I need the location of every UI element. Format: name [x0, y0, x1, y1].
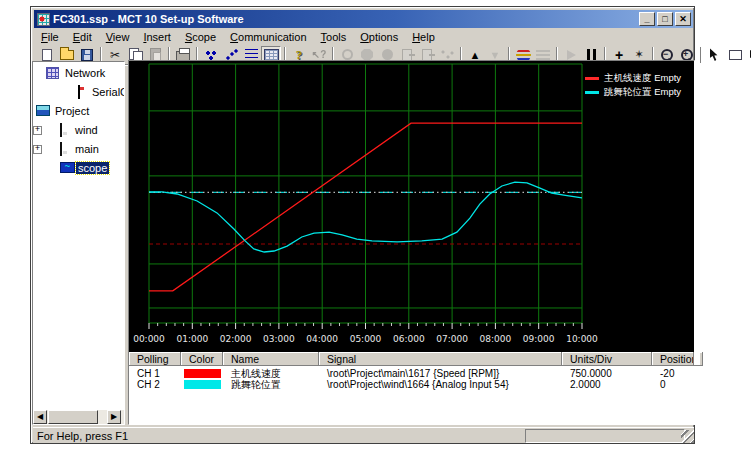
x-axis-tick-label: 08:000: [480, 334, 512, 344]
channel-row-ch1[interactable]: CH 1主机线速度\root\Project\main\1617 {Speed …: [129, 368, 694, 379]
legend-label: 跳舞轮位置 Empty: [604, 86, 681, 99]
tree-item-main[interactable]: +main: [33, 141, 124, 158]
legend-label: 主机线速度 Empty: [604, 72, 681, 85]
chart-legend: 主机线速度 Empty跳舞轮位置 Empty: [585, 71, 681, 99]
x-axis-tick-label: 01:000: [176, 334, 208, 344]
x-axis-tick-label: 02:000: [220, 334, 252, 344]
x-axis-tick-label: 10:000: [566, 334, 598, 344]
column-header-position[interactable]: Position: [652, 352, 694, 366]
x-axis-tick-label: 03:000: [263, 334, 295, 344]
tree-horizontal-scrollbar[interactable]: ◀ ▶: [33, 410, 124, 424]
menu-item-insert[interactable]: Insert: [136, 30, 178, 44]
app-window: FC301.ssp - MCT 10 Set-up Software _ □ ✕…: [30, 6, 695, 444]
x-axis-tick-label: 05:000: [350, 334, 382, 344]
drive-icon: [60, 142, 62, 156]
status-panel: [525, 429, 685, 443]
legend-entry: 主机线速度 Empty: [585, 71, 681, 85]
cell-units-div: 2.0000: [562, 379, 652, 390]
cell-color: [181, 380, 223, 389]
device-icon: [78, 85, 80, 99]
channel-row-ch2[interactable]: CH 2跳舞轮位置\root\Project\wind\1664 {Analog…: [129, 379, 694, 390]
project-tree[interactable]: NetworkSerialComProject+wind+main~scope …: [32, 61, 125, 425]
legend-entry: 跳舞轮位置 Empty: [585, 85, 681, 99]
status-text: For Help, press F1: [37, 430, 128, 442]
toolbar-separator: [700, 47, 702, 63]
menu-item-communication[interactable]: Communication: [223, 30, 313, 44]
x-axis-tick-label: 07:000: [436, 334, 468, 344]
menu-item-view[interactable]: View: [99, 30, 137, 44]
tree-item-label: wind: [73, 124, 100, 136]
channel-table-body: CH 1主机线速度\root\Project\main\1617 {Speed …: [129, 368, 694, 390]
cell-signal: \root\Project\wind\1664 {Analog Input 54…: [319, 379, 562, 390]
column-header-units-div[interactable]: Units/Div: [562, 352, 652, 366]
cell-color: [181, 369, 223, 378]
tree-item-label: SerialCom: [90, 86, 125, 98]
tree-item-network[interactable]: Network: [33, 65, 124, 82]
legend-swatch: [585, 77, 599, 80]
resize-grip[interactable]: [681, 430, 694, 443]
tree-item-scope[interactable]: ~scope: [33, 160, 124, 177]
column-header-polling[interactable]: Polling: [129, 352, 181, 366]
scroll-left-button[interactable]: ◀: [33, 410, 47, 424]
cell-polling: CH 2: [129, 379, 181, 390]
title-bar[interactable]: FC301.ssp - MCT 10 Set-up Software _ □ ✕: [34, 10, 693, 28]
cell-signal: \root\Project\main\1617 {Speed [RPM]}: [319, 368, 562, 379]
column-header-name[interactable]: Name: [223, 352, 319, 366]
channel-color-swatch: [184, 380, 221, 389]
status-bar: For Help, press F1: [33, 427, 694, 443]
scope-plot[interactable]: 00:00001:00002:00003:00004:00005:00006:0…: [129, 61, 694, 352]
column-header-signal[interactable]: Signal: [319, 352, 562, 366]
cell-position: -20: [652, 368, 694, 379]
menu-item-file[interactable]: File: [34, 30, 66, 44]
channel-color-swatch: [184, 369, 221, 378]
scroll-thumb[interactable]: [48, 410, 98, 424]
menu-item-edit[interactable]: Edit: [66, 30, 99, 44]
tree-item-label: main: [73, 143, 101, 155]
tree-item-project[interactable]: Project: [33, 103, 124, 120]
channel-table: PollingColorNameSignalUnits/DivPosition …: [129, 352, 694, 424]
x-axis-tick-label: 06:000: [393, 334, 425, 344]
scroll-right-button[interactable]: ▶: [107, 410, 121, 424]
cell-polling: CH 1: [129, 368, 181, 379]
maximize-button[interactable]: □: [657, 12, 673, 26]
scope-chart[interactable]: 00:00001:00002:00003:00004:00005:00006:0…: [129, 61, 694, 352]
column-header-filler: [694, 352, 703, 366]
column-header-color[interactable]: Color: [181, 352, 223, 366]
close-button[interactable]: ✕: [675, 12, 691, 26]
cell-units-div: 750.0000: [562, 368, 652, 379]
expand-plus-icon[interactable]: +: [33, 145, 42, 154]
channel-table-header: PollingColorNameSignalUnits/DivPosition: [129, 352, 694, 366]
menu-bar: FileEditViewInsertScopeCommunicationTool…: [34, 28, 693, 45]
network-icon: [46, 67, 59, 79]
cell-name: 跳舞轮位置: [223, 378, 319, 392]
tree-item-serialcom[interactable]: SerialCom: [33, 84, 124, 101]
legend-swatch: [585, 91, 599, 94]
tree-item-wind[interactable]: +wind: [33, 122, 124, 139]
scope-window: 00:00001:00002:00003:00004:00005:00006:0…: [128, 60, 695, 425]
select-pointer-icon[interactable]: [705, 46, 725, 64]
menu-item-tools[interactable]: Tools: [314, 30, 354, 44]
tree-item-label: Project: [53, 105, 91, 117]
x-axis-tick-label: 04:000: [306, 334, 338, 344]
tree-item-label: scope: [76, 162, 109, 174]
minimize-button[interactable]: _: [639, 12, 655, 26]
expand-plus-icon[interactable]: +: [33, 126, 42, 135]
app-icon[interactable]: [37, 13, 50, 26]
cell-position: 0: [652, 379, 694, 390]
step-forward-icon[interactable]: [745, 46, 751, 64]
tree-item-label: Network: [63, 67, 107, 79]
x-axis-tick-label: 00:000: [133, 334, 165, 344]
scope-icon: ~: [60, 162, 75, 173]
drive-icon: [60, 123, 62, 137]
x-axis-tick-label: 09:000: [523, 334, 555, 344]
zoom-box-icon[interactable]: [725, 46, 745, 64]
window-title: FC301.ssp - MCT 10 Set-up Software: [53, 13, 637, 25]
menu-item-options[interactable]: Options: [353, 30, 405, 44]
menu-item-help[interactable]: Help: [405, 30, 442, 44]
project-icon: [36, 105, 50, 116]
menu-item-scope[interactable]: Scope: [178, 30, 223, 44]
